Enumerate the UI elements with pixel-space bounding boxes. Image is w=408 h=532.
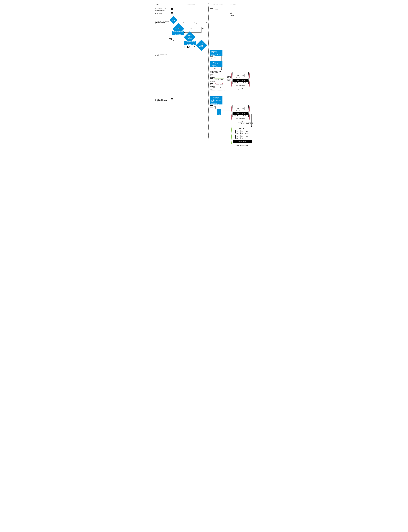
lane-cloud: In the cloud [230,3,236,5]
local-cp-label: Local Control Plane [232,85,249,86]
svg-point-1 [171,12,172,13]
edge-label-no: No [183,22,184,23]
terminal-icon [210,83,213,85]
tk-cluster-label: Tanzu Kubernetes Cluster [231,145,253,146]
tanzu-cli-label: Tanzu CLI [210,81,224,82]
tanzu-cli-label: Tanzu CLI [214,57,218,58]
terminal-icon [184,46,187,48]
svg-point-0 [171,8,172,9]
lane-steps: Steps [156,3,159,5]
step-4-label: 4. Deploy management cluster [155,53,169,56]
vm-label: Worker [241,110,245,112]
vm-label: Control [236,77,240,79]
tkg-mgmt-label: TKG Management Cluster [233,82,248,84]
step-5-label: 5. Deploy Tanzu Kubernetes (workload) cl… [155,98,169,103]
bootstrap-cluster-deleted: Bootstrap Cluster [214,83,224,85]
cluster-services-bar: Cluster Services [233,140,252,143]
vm-icon: vm [236,74,240,77]
run-tanzu-file: a. Create a configuration file b. Run ta… [210,61,222,67]
bootstrap-cluster: Bootstrap Cluster [214,79,224,81]
tanzu-cli-label: Tanzu CLI [210,77,224,78]
terminal-icon [210,67,213,70]
vm-label: Worker [245,138,249,140]
tkg-installer-label: TKG Installer UI [168,39,174,41]
edge-label-no: No [206,22,207,23]
vm-label: Worker [236,138,239,140]
lane-divider [208,3,209,141]
vm-label: Control [240,133,244,135]
tanzu-cli-active: Tanzu CLI [217,109,221,115]
tanzu-cli-label: Tanzu CLI [214,106,218,107]
bootstrap-sequence: Tanzu CLI creates local bootstrap cluste… [209,70,225,91]
service-account-label: Service account [229,15,235,17]
tanzu-cli-label: Tanzu CLI [214,8,219,10]
tkg-installer-window-icon: ••• [169,36,172,39]
bootstrap-deletes-label: Tanzu CLI deletes bootstrap cluster [210,87,224,90]
local-cp-label: Local Control Plane [232,118,249,119]
run-tanzu-ui: a. Run tanzu mc create --ui b. Enter con… [210,50,222,56]
step-2-label: 2. Set up IaaS [155,13,169,14]
mgmt-cluster-label: Management Cluster [231,88,249,90]
k8s-label: Kubernetes [233,105,248,107]
terminal-icon [210,56,213,59]
vm-icon: vm [241,107,245,110]
bootstrap-creates-label: Tanzu CLI creates local bootstrap cluste… [210,71,224,74]
user-icon [170,8,173,11]
vm-icon: vm [236,107,240,110]
k8s-label: Kubernetes [233,128,252,129]
user-icon [170,98,173,100]
management-cluster: Kubernetes vmControl vmWorker Cluster Se… [231,71,249,90]
tanzu-cli-terminal [210,8,213,10]
run-tanzu-cluster-create: a. Create/copy a configuration file for … [210,96,222,105]
vm-icon: vm [245,135,249,138]
step-3-label: 3. Select UI or file option to deploy ma… [155,20,169,25]
decision-ui-file: UI/File? [171,17,176,23]
decision-prefer: Prefer TKG Installer interface? [197,41,206,49]
management-cluster: Kubernetes vmControl vmWorker Cluster Se… [231,104,249,123]
vm-label: Control [245,133,249,135]
edge-label-yes: Yes [202,28,204,29]
edge-label-yes: Yes [190,28,192,29]
vm-icon: vm [240,130,244,133]
lane-boot: Bootstrap machine [213,3,223,5]
lane-pe: Platform engineer [187,3,196,5]
action-deploy-ui: Deploy management cluster with the insta… [172,31,184,35]
step-1-label: 1. Install Tanzu CLI on a bootstrap mach… [155,8,169,11]
decision-advanced: Advanced configuration options? [186,33,194,41]
cloud-lock-icon [230,11,233,15]
upload-note: Tanzu CLI uploads copy of bootstrap clus… [226,74,232,81]
edge-label-yes: Yes [178,28,180,29]
vm-icon: vm [240,135,244,138]
vm-icon: vm [245,130,249,133]
vm-label: Control [236,110,240,112]
tkg-mgmt-label: TKG Management Cluster [233,115,248,117]
cluster-services-bar: Cluster Services [233,112,248,115]
vm-label: Worker [240,138,244,140]
edge-label-no: No [195,22,196,23]
text-editor-label: Tanzu CLI Text Editor [188,46,196,49]
vm-icon: vm [241,74,245,77]
user-icon [170,12,173,15]
deploys-note: Management cluster deploys Tanzu Kuberne… [239,122,253,124]
svg-point-4 [171,98,172,99]
terminal-icon [210,74,213,76]
terminal-icon [210,105,213,107]
vm-icon: vm [236,135,239,138]
vm-icon: vm [236,130,239,133]
swimlane-header: Steps Platform engineer Bootstrap machin… [154,2,254,6]
tanzu-kubernetes-cluster: Kubernetes vmControl vmControl vmControl… [231,127,253,146]
vm-label: Worker [241,77,245,79]
k8s-label: Kubernetes [233,72,248,74]
tanzu-cli-label: Tanzu CLI [210,86,224,87]
action-deploy-file: Deploy management cluster from a configu… [184,41,196,45]
svg-rect-2 [231,13,232,14]
vm-label: Control [236,133,239,135]
tanzu-cli-label: Tanzu CLI [214,68,218,69]
bootstrap-cluster: Bootstrap Cluster [214,74,224,76]
cluster-services-bar: Cluster Services [233,79,248,82]
terminal-icon [210,78,213,81]
